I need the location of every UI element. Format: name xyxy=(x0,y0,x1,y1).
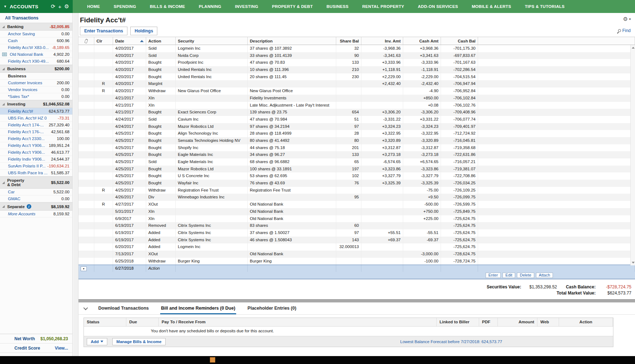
sidebar-item-business[interactable]: Business xyxy=(0,73,72,80)
nav-item-property-debt[interactable]: PROPERTY & DEBT xyxy=(272,4,313,9)
table-row[interactable]: 4/20/2017BoughtProofpoint Inc47 shares @… xyxy=(78,59,635,66)
nav-item-bills-income[interactable]: BILLS & INCOME xyxy=(150,4,185,9)
nav-item-add-on-services[interactable]: ADD-ON SERVICES xyxy=(418,4,458,9)
sidebar-item-fidelity-acc-t-x83-0[interactable]: Fidelity Acc't# X83-0...-8,189.65 xyxy=(0,44,72,51)
accounts-header[interactable]: ▼ ACCOUNTS ⟳ + ⚙ xyxy=(0,0,73,13)
new-transaction-row[interactable]: ▼ 6/27/2018 Action xyxy=(78,265,635,272)
attachment-column-header[interactable] xyxy=(78,37,94,45)
table-row[interactable]: 6/19/2017RemovedCitrix Systems Inc83 sha… xyxy=(78,222,635,229)
attach-button[interactable]: Attach xyxy=(536,273,553,278)
taskbar-app-icon[interactable] xyxy=(210,357,215,363)
sidebar-item-fidelity-acc-t-x90-49[interactable]: Fidelity Acc't X90-49...680.64 xyxy=(0,58,72,65)
action-column-header[interactable]: Action xyxy=(146,37,176,45)
entry-dropdown-button[interactable]: ▼ xyxy=(81,266,87,271)
reminders-column-status[interactable]: Status xyxy=(84,318,126,326)
sidebar-item-fidelity-acc-t-2330[interactable]: Fidelity Acc't 2330...100.00 xyxy=(0,135,72,142)
table-row[interactable]: 4/25/2017BoughtShopify Inc44 shares @ 75… xyxy=(78,144,635,152)
info-icon[interactable]: i xyxy=(27,204,31,209)
sidebar-item-old-national-bank[interactable]: Old National Bank4,902.20 xyxy=(0,51,72,58)
nav-item-home[interactable]: HOME xyxy=(87,4,100,9)
table-row[interactable]: 4/20/2017BoughtUnited Rentals Inc10 shar… xyxy=(78,66,635,73)
table-row[interactable]: R4/27/2017XOutOld National Bank-500.00-7… xyxy=(78,201,635,208)
table-row[interactable]: 4/25/2017BoughtEagle Materials Inc34 sha… xyxy=(78,151,635,158)
sidebar-section-banking[interactable]: Banking -$2,005.85 xyxy=(0,23,72,31)
security-column-header[interactable]: Security xyxy=(176,37,248,45)
edit-button[interactable]: Edit xyxy=(503,273,515,278)
panel-splitter[interactable] xyxy=(78,299,635,302)
nav-item-business[interactable]: BUSINESS xyxy=(326,4,348,9)
refresh-icon[interactable]: ⟳ xyxy=(51,3,55,10)
sidebar-item-sales-tax[interactable]: *Sales Tax*0.00 xyxy=(0,93,72,100)
sidebar-item-fidelity-acc-t-y906[interactable]: Fidelity Acc't Y906...46,613.77 xyxy=(0,149,72,156)
holdings-button[interactable]: Holdings xyxy=(130,27,157,35)
enter-transactions-button[interactable]: Enter Transactions xyxy=(80,27,127,35)
share-bal-column-header[interactable]: Share Bal xyxy=(336,37,361,45)
nav-item-spending[interactable]: SPENDING xyxy=(114,4,136,9)
sidebar-item-sunam-polaris-ii-p[interactable]: SunAm Polaris II P...-190,634.21 xyxy=(0,163,72,170)
delete-button[interactable]: Delete xyxy=(517,273,534,278)
sidebar-item-car[interactable]: Car5,522.00 xyxy=(0,189,72,196)
table-row[interactable]: 6/19/2017AddedCitrix Systems Inc46 share… xyxy=(78,237,635,244)
nav-item-tips-tutorials[interactable]: TIPS & TUTORIALS xyxy=(525,4,565,9)
table-row[interactable]: 4/25/2017SoldEagle Materials Inc68 share… xyxy=(78,158,635,166)
sidebar-item-anchor-saving[interactable]: Anchor Saving0.00 xyxy=(0,31,72,37)
sidebar-item-ubs-fin-acc-t-hz-0[interactable]: UBS Fin. Acc't# HZ 0-73.31 xyxy=(0,115,72,122)
table-row[interactable]: R4/25/2017WithdrawRegistration Fee Trust… xyxy=(78,187,635,194)
sidebar-splitter[interactable] xyxy=(73,13,78,356)
sidebar-item-fidelity-acc-t-176[interactable]: Fidelity Acc't 176-...42,561.68 xyxy=(0,129,72,135)
sidebar-item-more-accounts[interactable]: More Accounts8,159.92 xyxy=(0,211,72,217)
sidebar-section-separate[interactable]: Separatei $8,159.92 xyxy=(0,202,72,211)
table-row[interactable]: 4/24/2017SoldCavium Inc47 shares @ 70.98… xyxy=(78,116,635,123)
table-row[interactable]: 5/31/2017XInOld National Bank+750.00-725… xyxy=(78,208,635,215)
sidebar-item-ubs-roth-pace-ira[interactable]: UBS Roth Pace Ira ...51,585.37 xyxy=(0,170,72,176)
nav-item-investing[interactable]: INVESTING xyxy=(235,4,258,9)
reminders-column-amount[interactable]: Amount xyxy=(498,318,537,326)
table-row[interactable]: 4/25/2017BoughtWayfair Inc76 shares @ 43… xyxy=(78,180,635,187)
table-row[interactable]: 4/25/2017BoughtU S Concrete Inc53 shares… xyxy=(78,172,635,180)
sidebar-item-all-transactions[interactable]: All Transactions xyxy=(0,13,72,23)
scroll-up-icon[interactable] xyxy=(632,47,635,49)
table-row[interactable]: 4/21/2017XInLate Misc. Adjkustment - Lat… xyxy=(78,102,635,109)
tab-placeholder-entries[interactable]: Placeholder Entries (0) xyxy=(247,302,297,314)
table-row[interactable]: R4/20/2017MargInt+2,432.40-2,432.40-706,… xyxy=(78,80,635,87)
description-column-header[interactable]: Description xyxy=(248,37,336,45)
sidebar-item-gmac[interactable]: GMAC0.00 xyxy=(0,196,72,202)
lowest-balance-forecast-link[interactable]: Lowest Balance Forecast before 7/27/2018… xyxy=(400,340,502,344)
reminders-column-pay-to-receive-from[interactable]: Pay To / Receive From xyxy=(159,318,437,326)
table-row[interactable]: 4/20/2017BoughtUnited Rentals Inc20 shar… xyxy=(78,73,635,81)
table-row[interactable]: 4/26/2017DivWinnebago Industries Inc95+9… xyxy=(78,194,635,201)
sidebar-item-fidelity-indiv-y906[interactable]: Fidelity Indiv Y906...24,544.37 xyxy=(0,156,72,163)
date-column-header[interactable]: Date xyxy=(113,37,146,45)
sidebar-section-investing[interactable]: Investing $1,046,552.08 xyxy=(0,100,72,108)
tab-bill-and-income-reminders-due[interactable]: Bill and Income Reminders (0 Due) xyxy=(160,302,236,314)
table-row[interactable]: R4/20/2017WithdrawNew Glarus Post Office… xyxy=(78,87,635,95)
register-gear-button[interactable]: ⚙ ▼ xyxy=(623,16,631,22)
table-row[interactable]: 4/24/2017BoughtMazor Robotics Ltd97 shar… xyxy=(78,123,635,130)
clr-column-header[interactable]: Clr xyxy=(94,37,113,45)
table-row[interactable]: 6/20/2017AddedLogmein Inc32.000013-725,6… xyxy=(78,243,635,251)
table-row[interactable]: 4/25/2017BoughtAlign Techonology Inc28 s… xyxy=(78,130,635,137)
inv-amt-column-header[interactable]: Inv. Amt xyxy=(361,37,403,45)
table-row[interactable]: 4/20/2017SoldNvida Corp33 shares @ 101.4… xyxy=(78,52,635,59)
accounts-gear-icon[interactable]: ⚙ xyxy=(64,3,69,10)
nav-item-planning[interactable]: PLANNING xyxy=(199,4,221,9)
sidebar-item-fidelity-acc-t-y906[interactable]: Fidelity Acc't Y906...189,951.24 xyxy=(0,142,72,149)
scroll-down-icon[interactable] xyxy=(632,262,635,264)
enter-button[interactable]: Enter xyxy=(486,273,501,278)
nav-item-mobile-alerts[interactable]: MOBILE & ALERTS xyxy=(472,4,511,9)
sidebar-item-cash[interactable]: Cash600.96 xyxy=(0,37,72,44)
add-reminder-button[interactable]: Add xyxy=(87,338,107,345)
sidebar-section-business[interactable]: Business $200.00 xyxy=(0,65,72,73)
table-row[interactable]: 6/25/2018WithdrawBurger KingBurger King-… xyxy=(78,258,635,265)
reminders-column-action[interactable]: Action xyxy=(559,318,613,326)
table-row[interactable]: 4/21/2017BoughtExact Sciences Corp139 sh… xyxy=(78,109,635,116)
add-account-icon[interactable]: + xyxy=(58,4,62,10)
find-button[interactable]: Find xyxy=(618,28,631,33)
reminders-column-linked-to-biller[interactable]: Linked to Biller xyxy=(437,318,479,326)
entry-action-field[interactable]: Action xyxy=(146,265,176,272)
table-row[interactable]: 6/19/2017AddedCitrix Systems Inc37 share… xyxy=(78,229,635,237)
table-row[interactable]: 6/9/2017XInOld National Bank+225.00-725,… xyxy=(78,215,635,223)
sidebar-item-vendor-invoices[interactable]: Vendor Invoices0.00 xyxy=(0,86,72,93)
collapse-panel-icon[interactable] xyxy=(84,306,88,310)
reminders-column-due[interactable]: Due xyxy=(126,318,159,326)
